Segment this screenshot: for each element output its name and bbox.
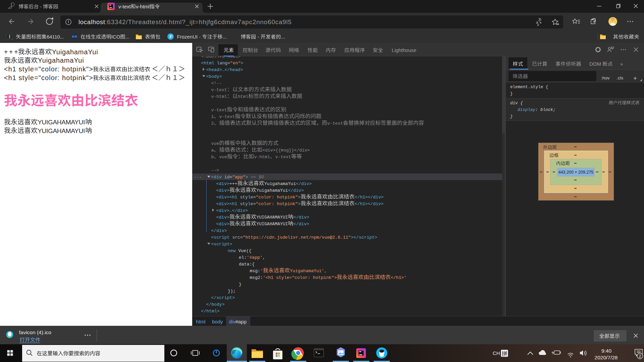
svg-text:YUIGAHAMAYUI: YUIGAHAMAYUI	[256, 215, 288, 220]
svg-text:,: ,	[263, 255, 265, 260]
svg-text:id: id	[224, 175, 230, 180]
svg-text:src: src	[232, 235, 240, 240]
svg-text:...: ...	[194, 174, 202, 179]
svg-text:</h1>': </h1>'	[391, 275, 407, 280]
svg-text:=: =	[227, 61, 230, 66]
svg-text:v-text: v-text	[211, 108, 227, 113]
svg-text:.cls: .cls	[616, 75, 624, 80]
svg-text:...: ...	[223, 34, 227, 40]
svg-text:…: …	[229, 208, 232, 213]
svg-text:-->: -->	[211, 168, 219, 173]
svg-text:</div>: </div>	[293, 222, 309, 227]
svg-text:<html: <html	[201, 61, 217, 66]
svg-text:=: =	[253, 195, 256, 200]
svg-text:vue: vue	[219, 155, 227, 160]
svg-text:-: -	[256, 34, 260, 40]
svg-text:</h1>: </h1>	[355, 195, 368, 200]
svg-text:</div>: </div>	[296, 181, 312, 186]
svg-text:lang: lang	[217, 61, 227, 66]
svg-text:<head>: <head>	[206, 67, 222, 72]
svg-text:</body>: </body>	[206, 302, 225, 307]
svg-text:YuigahamaYui',: YuigahamaYui',	[290, 268, 327, 274]
svg-text:1: 1	[211, 114, 214, 119]
svg-text:<div>: <div>	[216, 208, 229, 213]
svg-text:2: 2	[639, 354, 641, 359]
svg-text:YUIGAHAMAYUI: YUIGAHAMAYUI	[38, 127, 85, 134]
svg-text:+++: +++	[4, 48, 18, 56]
svg-text:b: b	[211, 155, 214, 160]
svg-text:YUIGAHAMAYUI: YUIGAHAMAYUI	[38, 119, 85, 126]
svg-text:=: =	[230, 175, 232, 180]
svg-text:v-text: v-text	[275, 155, 291, 160]
svg-text:<div>: <div>	[216, 181, 229, 186]
svg-text:>: >	[298, 201, 301, 206]
svg-text:div {: div {	[510, 101, 523, 106]
svg-text:CH: CH	[493, 350, 500, 356]
svg-text:}: }	[510, 114, 513, 119]
svg-text:"https://cdn.jsdelivr.net/npm/: "https://cdn.jsdelivr.net/npm/vue@2.6.11…	[243, 235, 351, 240]
svg-text:FrozenUI ·: FrozenUI ·	[177, 34, 202, 40]
svg-text:html: html	[238, 94, 249, 99]
svg-text:</div>: </div>	[293, 215, 309, 220]
svg-text:ICO: ICO	[111, 34, 120, 40]
svg-text:<h1 style="color: hotpink">: <h1 style="color: hotpink">	[4, 74, 93, 81]
svg-text:msg:: msg:	[250, 268, 260, 274]
svg-text:<div>: <div>	[216, 188, 229, 193]
svg-text:v-html: v-html	[211, 94, 227, 99]
svg-text:v-text: v-text	[219, 114, 235, 119]
svg-text:2: 2	[211, 121, 214, 126]
svg-text:2020/7/28: 2020/7/28	[595, 355, 618, 360]
svg-text:#app: #app	[235, 319, 247, 324]
svg-text:YuigahamaYui: YuigahamaYui	[256, 188, 288, 193]
svg-text:favicon (4).ico: favicon (4).ico	[19, 329, 51, 335]
svg-text::hov: :hov	[601, 75, 610, 80]
svg-text:</div>: </div>	[232, 208, 248, 213]
svg-text:</h1>: </h1>	[355, 201, 368, 206]
svg-text:>: >	[246, 175, 251, 180]
svg-text:div: div	[229, 319, 236, 324]
svg-text:localhost: localhost	[78, 18, 105, 25]
svg-text:display: display	[518, 108, 535, 112]
svg-text:data:{: data:{	[239, 262, 255, 267]
svg-text:}: }	[239, 282, 241, 287]
svg-text:vue: vue	[211, 141, 219, 146]
svg-text:YUIGAHAMAYUI: YUIGAHAMAYUI	[256, 222, 288, 227]
svg-text:v-text: v-text	[118, 4, 131, 9]
svg-text:<!--: <!--	[211, 81, 222, 86]
svg-text:new: new	[228, 248, 238, 253]
svg-text:…: …	[222, 67, 225, 72]
svg-text:': '	[260, 268, 263, 274]
svg-text:'<h1 style="color: hotpink">: '<h1 style="color: hotpink">	[263, 275, 337, 280]
svg-text:v-text: v-text	[211, 87, 227, 93]
svg-text:v-html: v-html	[254, 155, 270, 160]
svg-text:<div>: <div>	[216, 222, 229, 227]
svg-text:>: >	[241, 61, 244, 66]
svg-text:<div>: <div>	[216, 201, 229, 206]
svg-text:9:40: 9:40	[601, 348, 612, 354]
svg-text:Lighthouse: Lighthouse	[392, 47, 416, 53]
svg-text:: block;: : block;	[535, 108, 555, 112]
svg-text:</head>: </head>	[225, 67, 243, 72]
svg-text:></script>: ></script>	[351, 235, 377, 240]
svg-text:</div>: </div>	[288, 188, 304, 193]
svg-text:=: =	[240, 235, 243, 240]
svg-text:<body>: <body>	[206, 74, 222, 79]
svg-text:...: ...	[125, 34, 130, 40]
svg-text:</div>: </div>	[368, 195, 384, 200]
svg-text:YuigahamaYui: YuigahamaYui	[38, 57, 84, 64]
svg-text:}: }	[510, 92, 513, 96]
svg-text:</html>: </html>	[201, 309, 220, 314]
svg-text:a: a	[536, 20, 538, 25]
svg-text:<div>: <div>	[216, 215, 229, 220]
svg-text:"en": "en"	[230, 61, 240, 66]
svg-text:YuigahamaYui: YuigahamaYui	[52, 48, 98, 56]
svg-text:</div>: </div>	[211, 228, 227, 233]
svg-text:"app": "app"	[232, 175, 245, 180]
svg-text:64110...: 64110...	[47, 34, 64, 40]
svg-text:<h1 style="color: hotpink">: <h1 style="color: hotpink">	[4, 65, 93, 73]
svg-text:});: });	[228, 289, 236, 294]
svg-text:»: »	[620, 61, 623, 67]
svg-text:>: >	[298, 195, 301, 200]
svg-text:=: =	[253, 201, 256, 206]
svg-text::63342/Threadtest/d.html?_ijt=: :63342/Threadtest/d.html?_ijt=hhjfg6cdma…	[105, 18, 291, 26]
